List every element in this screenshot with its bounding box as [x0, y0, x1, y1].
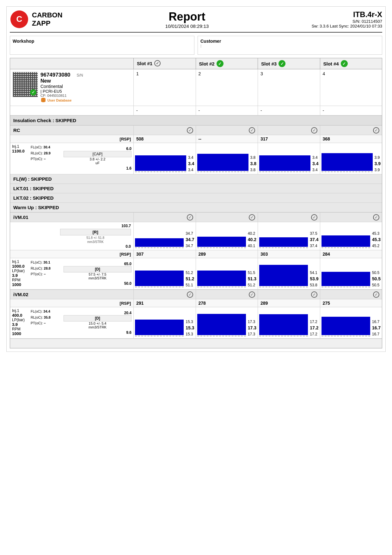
ivm02-slot3-d-bar: 17.2 17.2 17.2	[258, 307, 320, 338]
ivm02-d-label: [D]	[64, 315, 132, 321]
ivm02-check3-icon: ✓	[311, 291, 317, 298]
ivm02-header-row: iVM.02 ✓ ✓ ✓ ✓	[10, 290, 382, 299]
ivm02-slot2-d-bar: 17.3 17.3 17.3	[196, 307, 258, 338]
rc-cap-label: [CAP]	[64, 151, 132, 157]
slot4-dash: -	[320, 106, 382, 115]
ivm02-rpm-label: RPM	[12, 327, 29, 331]
page: C CARBON ZAPP Report 10/01/2024 08:29:13…	[6, 6, 386, 352]
ivm01-rsp-slot4: 284	[320, 250, 382, 258]
ivm02-slot1-check: ✓	[133, 290, 196, 299]
ivm01-check2-icon: ✓	[249, 214, 255, 221]
rc-slot4-values: 3.9 3.9 3.9	[373, 155, 381, 173]
fl-skipped: FL(W) : SKIPPED	[10, 174, 382, 184]
ivm01-slot3-d-fill	[259, 265, 308, 286]
ivm01-d-label: [D]	[64, 266, 132, 272]
ivm01-r-label: [R]	[60, 229, 131, 235]
ivm01-rsp-label: [RSP]	[10, 250, 133, 258]
report-datetime: 10/01/2024 08:29:13	[165, 23, 209, 29]
rc-cap-block: 6.0 [CAP] 3.8 +/- 2.2 uF 1.6	[64, 144, 132, 173]
rc-inj-label: Inj.1	[12, 144, 29, 149]
ivm01-slot2-d-bar: 51.5 51.3 51.2	[196, 258, 258, 289]
rc-rpm: 1100.0	[12, 149, 29, 153]
ivm01-inj-val: 1000.0	[12, 264, 29, 269]
ivm01-slot3-r-fill	[259, 237, 308, 247]
ivm01-d-spec: 57.5 +/- 7.5	[89, 272, 107, 276]
ivm02-d-spec: 15.0 +/- 5.4	[89, 321, 107, 325]
part-number: 9674973080	[40, 72, 70, 78]
ivm01-d-row: Inj.1 1000.0 LP(bar) 3.9 RPM 1000 FL(oC)…	[10, 258, 382, 290]
ivm02-slot2-d-fill	[197, 314, 246, 335]
ivm02-d-scale-high: 20.4	[64, 311, 132, 315]
slot2-dash: -	[196, 106, 258, 115]
rc-cap-val: 3.8 +/- 2.2	[90, 157, 106, 161]
rc-slot2-bar: 3.8 3.8 3.8	[196, 143, 258, 174]
ivm01-rpm-val: 1000	[12, 282, 29, 287]
lkt02-skipped: LKT.02 : SKIPPED	[10, 193, 382, 203]
svg-text:C: C	[16, 14, 22, 24]
ivm01-r-scale-high: 103.7	[13, 224, 131, 228]
rc-slot4-bar: 3.9 3.9 3.9	[320, 143, 382, 174]
ivm01-d-left: Inj.1 1000.0 LP(bar) 3.9 RPM 1000 FL(oC)…	[10, 258, 133, 289]
rc-rsp-row: [RSP] 508 -- 317 368	[10, 135, 382, 143]
header: C CARBON ZAPP Report 10/01/2024 08:29:13…	[10, 10, 382, 33]
injector-info-row: ✓ 9674973080 S/N New Continental | PCRI-…	[10, 69, 382, 106]
slot2-sn: 2	[196, 69, 258, 106]
serial-number: S/N: 012114507	[312, 19, 382, 24]
ivm02-slot3-d-values: 17.2 17.2 17.2	[309, 319, 318, 337]
ivm01-slot1-r-fill	[135, 238, 184, 247]
ivm02-rsp-row: [RSP] 291 278 289 275	[10, 299, 382, 307]
injector-pcri: | PCRI-EU5	[40, 89, 83, 94]
ivm01-rsp-slot2: 289	[196, 250, 258, 258]
ivm01-r-scale-low: 0.0	[13, 244, 131, 249]
ivm02-d-left: Inj.1 400.0 LP(bar) 3.9 RPM 1000 FL(oC):…	[10, 307, 133, 338]
slot1-header: Slot #1 ✓	[133, 58, 196, 69]
ivm02-slot4-check: ✓	[320, 290, 382, 299]
carbon-zapp-logo-icon: C	[10, 10, 29, 29]
rc-slot4-check: ✓	[320, 126, 382, 135]
rc-meas-row: Inj.1 1100.0 FL(oC): 30.4 RL(oC): 28.9 P…	[10, 143, 382, 174]
slot1-check-icon: ✓	[154, 60, 161, 66]
ivm01-d-temps: FL(oC): 30.1 RL(oC): 28.8 PT(oC): –	[31, 259, 62, 288]
slot3-header: Slot #3 ✓	[258, 58, 320, 69]
ivm02-slot2-check: ✓	[196, 290, 258, 299]
ivm02-rsp-slot3: 289	[258, 299, 320, 307]
injector-detail-left: ✓ 9674973080 S/N New Continental | PCRI-…	[10, 69, 133, 106]
injector-status: New	[40, 78, 83, 84]
rc-rsp-slot2: --	[196, 135, 258, 143]
ivm01-slot4-d-values: 50.5 50.5 50.5	[371, 270, 381, 288]
sw-sync: Sw: 3.3.6 Last Sync: 2024/01/10 07:33	[312, 24, 382, 28]
qr-code: ✓	[13, 72, 38, 97]
ivm02-d-row: Inj.1 400.0 LP(bar) 3.9 RPM 1000 FL(oC):…	[10, 307, 382, 339]
ivm02-slot1-d-values: 15.3 15.3 15.3	[184, 319, 194, 337]
ivm01-slot3-r-bar: 37.5 37.4 37.4	[258, 222, 320, 250]
itb-number: ITB.4r-X	[312, 10, 382, 19]
slot-headers-row: Slot #1 ✓ Slot #2 ✓ Slot #3 ✓ Slot #4	[10, 58, 382, 69]
ivm02-lp-label: LP(bar)	[12, 318, 29, 322]
ivm02-inj-val: 400.0	[12, 313, 29, 318]
ivm01-r-left: 103.7 [R] 51.8 +/- 51.8 mm3/STRK 0.0	[10, 222, 133, 250]
report-info: ITB.4r-X S/N: 012114507 Sw: 3.3.6 Last S…	[312, 10, 382, 28]
injector-brand: Continental	[40, 84, 83, 89]
ivm02-label: iVM.02	[10, 290, 133, 299]
ivm02-slot3-check: ✓	[258, 290, 320, 299]
ivm02-rsp-slot4: 275	[320, 299, 382, 307]
rc-slot1-values: 3.4 3.4 3.4	[187, 155, 194, 173]
ivm01-r-unit: mm3/STRK	[60, 240, 131, 244]
qr-check-icon: ✓	[30, 89, 36, 96]
ivm01-slot1-d-bar: 51.2 51.2 51.1	[133, 258, 196, 289]
user-database: User Database	[40, 97, 83, 103]
ivm02-check4-icon: ✓	[373, 291, 379, 298]
rc-scale-low: 1.6	[64, 166, 132, 171]
ivm02-rsp-label: [RSP]	[10, 299, 133, 307]
ivm01-inj-block: Inj.1 1000.0 LP(bar) 3.9 RPM 1000	[12, 259, 29, 288]
rc-check4-icon: ✓	[373, 127, 379, 134]
ivm01-slot4-r-bar: 45.3 45.3 45.2	[320, 222, 382, 250]
main-content: Slot #1 ✓ Slot #2 ✓ Slot #3 ✓ Slot #4	[10, 58, 382, 348]
rc-slot3-bar-fill	[259, 155, 310, 171]
ivm01-rsp-slot1: 307	[133, 250, 196, 258]
ivm01-slot1-r-bar: 34.7 34.7 34.7	[133, 222, 196, 250]
customer-label: Customer	[200, 39, 379, 44]
workshop-label: Workshop	[13, 39, 192, 44]
rc-slot3-values: 3.4 3.4 3.4	[311, 155, 318, 173]
rc-temps: FL(oC): 30.4 RL(oC): 28.9 PT(oC): –	[31, 144, 62, 173]
